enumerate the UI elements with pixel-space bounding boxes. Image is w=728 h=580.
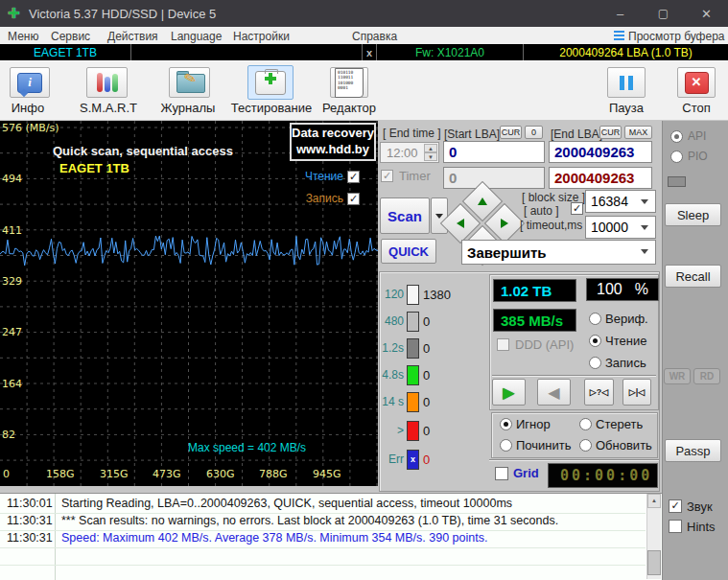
legend-color-block [407,421,419,441]
quick-button[interactable]: QUICK [381,239,436,264]
percent-sign: % [635,281,648,298]
end-lba-cur-button[interactable]: CUR [599,126,622,139]
sound-label: Звук [687,499,713,514]
scan-button[interactable]: Scan [380,197,430,234]
pio-label: PIO [688,150,708,163]
menu-item-5[interactable]: Настройки [233,30,290,43]
retry-icon: ▷?◁ [590,387,608,397]
api-radio[interactable] [670,130,683,143]
watermark-box: Data recovery www.hdd.by [290,123,376,161]
start-scan-button[interactable]: ▶ [492,379,526,406]
action-radio-1[interactable] [500,418,512,430]
legend-label: 1.2s [369,341,404,355]
x-axis-label: 473G [153,468,181,480]
test-button[interactable] [247,65,294,100]
auto-label: [ auto ] [524,204,559,218]
buffer-view-label: Просмотр буфера [628,30,725,43]
x-axis-label: 945G [313,468,341,480]
start-lba-cur-button[interactable]: CUR [500,126,522,139]
sound-checkbox[interactable]: ✓ [669,499,682,513]
auto-checkbox[interactable]: ✓ [571,202,583,215]
log-row-separator [0,547,646,548]
graph-device-name: EAGET 1TB [59,161,129,175]
editor-label: Редактор [306,101,392,115]
elapsed-time-display: 00:00:00 [548,463,658,488]
menu-item-6[interactable]: Справка [352,30,397,43]
x-axis-label: 788G [259,468,288,480]
x-axis-label: 630G [206,468,235,480]
grid-checkbox[interactable] [495,467,508,480]
read-checkbox[interactable]: ✓ [347,171,360,183]
block-size-combo[interactable]: 16384 [585,190,656,213]
legend-count: 0 [423,424,430,438]
ddd-checkbox[interactable] [497,338,509,351]
action-radio-2[interactable] [579,418,592,430]
timer-checkbox[interactable]: ✓ [381,170,393,182]
menu-item-2[interactable]: Сервис [51,30,90,43]
end-lba-max-button[interactable]: MAX [624,126,652,139]
menu-item-3[interactable]: Действия [107,30,158,43]
maximize-button[interactable]: ▢ [642,0,685,27]
timeout-combo[interactable]: 10000 [585,216,656,239]
spinner-up-icon[interactable]: ▲ [424,144,437,152]
rd-button[interactable]: RD [693,368,720,384]
sleep-button[interactable]: Sleep [665,203,721,226]
timeout-value: 10000 [591,220,628,235]
end-time-spinner[interactable]: 12:00 ▲ ▼ [380,142,439,163]
passport-button[interactable]: Passp [665,439,721,462]
mode-radio-label: Запись [605,356,646,370]
smart-label: S.M.A.R.T [65,101,152,115]
menu-item-4[interactable]: Language [171,30,222,43]
pio-radio[interactable] [670,151,683,163]
tab-close-button[interactable]: x [362,44,377,60]
timer-label: Timer [399,169,431,183]
log-scrollbar[interactable]: ▲ [646,494,661,579]
seek-end-button[interactable]: ▷|◁ [622,379,651,406]
hints-checkbox[interactable] [669,520,682,533]
recall-button[interactable]: Recall [665,265,721,288]
mode-radio-1[interactable] [589,313,601,325]
graph-title: Quick scan, sequential access [53,144,233,158]
stop-button[interactable]: ✕ [677,67,716,98]
action-radio-3[interactable] [500,439,512,452]
binary-page-icon: 0101101100111010000001 [335,68,364,98]
minimize-button[interactable]: – [599,0,642,27]
spinner-down-icon[interactable]: ▼ [424,152,437,161]
mode-radio-2[interactable] [589,335,601,347]
finish-combo[interactable]: Завершить [461,240,656,265]
end-lba-input-2[interactable]: 2000409263 [549,167,652,189]
logs-button[interactable]: ✎ [169,67,210,98]
mode-radio-3[interactable] [589,357,601,369]
y-axis-label: 411 [2,224,22,237]
editor-button[interactable]: 0101101100111010000001 [330,67,368,98]
end-lba-input[interactable]: 2000409263 [549,141,652,163]
menu-item-1[interactable]: Меню [8,30,38,43]
smart-button[interactable] [86,67,128,98]
scroll-up-icon[interactable]: ▲ [647,494,661,508]
grid-label: Grid [513,466,539,480]
legend-label: 14 s [369,395,404,408]
seek-end-icon: ▷|◁ [629,387,645,397]
action-radio-label: Обновить [596,438,652,452]
close-button[interactable]: ✕ [685,0,728,27]
back-button[interactable]: ◀ [537,379,571,406]
scroll-thumb[interactable] [647,550,661,575]
legend-count: 1380 [423,288,451,302]
info-button[interactable]: i [10,67,50,98]
action-radio-4[interactable] [579,439,592,452]
pause-button[interactable] [607,67,646,98]
wr-button[interactable]: WR [664,368,691,384]
start-lba-zero-button[interactable]: 0 [525,126,543,139]
divider [492,375,656,377]
tab-device[interactable]: EAGET 1TB [0,44,131,60]
legend-count: 0 [423,395,430,409]
buffer-view-button[interactable]: Просмотр буфера [612,27,728,44]
write-checkbox[interactable]: ✓ [347,193,360,205]
retry-block-button[interactable]: ▷?◁ [584,379,614,406]
start-lba-input[interactable]: 0 [443,141,545,163]
speed-display: 385 MB/s [493,309,576,332]
test-label: Тестирование [228,101,315,115]
ddd-label: DDD (API) [515,337,574,352]
start-lba-input-2[interactable]: 0 [443,167,545,189]
action-radio-label: Игнор [516,417,551,431]
